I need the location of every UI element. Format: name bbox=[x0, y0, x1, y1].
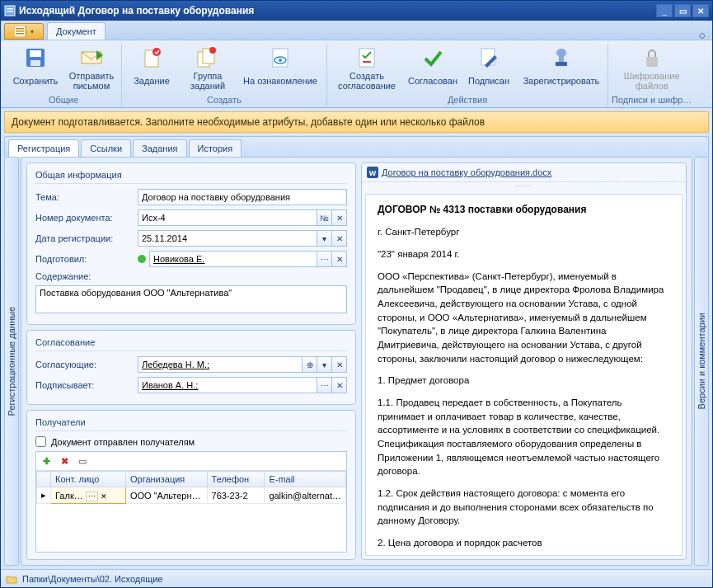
col-contact[interactable]: Конт. лицо bbox=[51, 472, 126, 487]
cell-email[interactable]: galkin@alternativa.co bbox=[265, 487, 346, 504]
content-area: Регистрационные данные Общая информация … bbox=[1, 157, 712, 569]
side-tab-left[interactable]: Регистрационные данные bbox=[4, 157, 19, 566]
tab-links[interactable]: Ссылки bbox=[81, 139, 131, 157]
svg-rect-4 bbox=[16, 28, 24, 30]
svg-rect-6 bbox=[16, 33, 24, 35]
register-button[interactable]: Зарегистрировать bbox=[518, 44, 604, 93]
docnum-input[interactable] bbox=[138, 209, 317, 226]
approvers-dropdown-button[interactable]: ⊕ bbox=[303, 356, 317, 373]
cell-phone[interactable]: 763-23-2 bbox=[207, 487, 265, 504]
cell-org[interactable]: ООО "Альтерн… bbox=[125, 487, 207, 504]
doc-title: ДОГОВОР № 4313 поставки оборудования bbox=[378, 203, 670, 217]
col-email[interactable]: E-mail bbox=[265, 472, 346, 487]
task-button[interactable]: Задание bbox=[125, 44, 178, 93]
regdate-picker-button[interactable]: ▾ bbox=[317, 230, 332, 247]
side-tab-right[interactable]: Версии и комментарии bbox=[694, 157, 709, 566]
subtabs: Регистрация Ссылки Задания История bbox=[4, 136, 709, 157]
ribbon-tab-document[interactable]: Документ bbox=[47, 22, 106, 40]
taskgroup-button[interactable]: Группа заданий bbox=[181, 44, 234, 93]
app-window: Исходящий Договор на поставку оборудован… bbox=[0, 0, 713, 588]
info-bar: Документ подготавливается. Заполните нео… bbox=[4, 111, 709, 133]
recipients-grid: ✚ ✖ ▭ Конт. лицо Организация Телефон bbox=[35, 451, 347, 553]
tab-history[interactable]: История bbox=[189, 139, 242, 157]
grid-edit-button[interactable]: ▭ bbox=[76, 454, 89, 468]
cell-contact[interactable]: Галк… ⋯ ✕ bbox=[51, 487, 126, 504]
svg-point-23 bbox=[556, 49, 566, 57]
save-icon bbox=[22, 46, 49, 69]
ribbon-collapse-button[interactable]: ◇ bbox=[699, 31, 706, 40]
theme-label: Тема: bbox=[35, 192, 133, 202]
doc-city: г. Санкт-Петербург bbox=[378, 225, 670, 239]
doc-s2: 2. Цена договора и порядок расчетов bbox=[378, 536, 670, 550]
stamp-icon bbox=[548, 46, 575, 69]
docnum-clear-button[interactable]: ✕ bbox=[332, 209, 347, 226]
svg-rect-19 bbox=[359, 49, 374, 67]
review-button[interactable]: На ознакомление bbox=[237, 44, 323, 93]
panel-general: Общая информация Тема: Номер документа: … bbox=[26, 162, 356, 325]
svg-text:W: W bbox=[369, 169, 377, 177]
content-textarea[interactable]: Поставка оборудования ООО "Альтернатива" bbox=[35, 285, 347, 313]
author-browse-button[interactable]: ⋯ bbox=[317, 251, 332, 267]
create-approval-button[interactable]: Создать согласование bbox=[331, 44, 403, 93]
file-link[interactable]: W Договор на поставку оборудования.docx bbox=[362, 163, 686, 182]
tab-registration[interactable]: Регистрация bbox=[8, 139, 79, 157]
author-clear-button[interactable]: ✕ bbox=[332, 251, 347, 267]
approved-button[interactable]: Согласован bbox=[406, 44, 459, 93]
grid-add-button[interactable]: ✚ bbox=[40, 454, 53, 468]
status-path: Папки\Документы\02. Исходящие bbox=[22, 574, 162, 584]
svg-rect-24 bbox=[646, 57, 658, 67]
col-phone[interactable]: Телефон bbox=[207, 472, 265, 487]
panel-approval: Согласование Согласующие: ⊕ ▾ ✕ Подпис bbox=[26, 330, 356, 405]
grid-delete-button[interactable]: ✖ bbox=[58, 454, 71, 468]
window-title: Исходящий Договор на поставку оборудован… bbox=[16, 5, 654, 16]
approvers-clear-button[interactable]: ✕ bbox=[332, 356, 347, 373]
left-column: Общая информация Тема: Номер документа: … bbox=[26, 162, 356, 560]
signer-browse-button[interactable]: ⋯ bbox=[317, 377, 332, 393]
regdate-input[interactable] bbox=[138, 230, 317, 247]
send-mail-button[interactable]: Отправить письмом bbox=[65, 44, 118, 93]
maximize-button[interactable]: ▭ bbox=[674, 4, 691, 17]
doc-p1: ООО «Перспектива» (Санкт-Петербург), име… bbox=[378, 270, 670, 366]
ribbon-group-actions: Создать согласование Согласован Подписан… bbox=[327, 44, 608, 107]
task-icon bbox=[138, 46, 165, 69]
signed-button[interactable]: Подписан bbox=[462, 44, 515, 93]
signer-input[interactable] bbox=[138, 377, 317, 393]
minimize-button[interactable]: _ bbox=[656, 4, 673, 17]
splitter[interactable]: ⋯⋯ bbox=[362, 182, 686, 191]
docnum-label: Номер документа: bbox=[35, 213, 133, 223]
docnum-generate-button[interactable]: № bbox=[317, 209, 332, 226]
save-button[interactable]: Сохранить bbox=[9, 44, 62, 93]
document-preview[interactable]: ДОГОВОР № 4313 поставки оборудования г. … bbox=[365, 194, 683, 556]
word-icon: W bbox=[367, 167, 378, 178]
status-bar: Папки\Документы\02. Исходящие bbox=[1, 569, 712, 587]
table-row[interactable]: ▸ Галк… ⋯ ✕ ООО "Альтерн… 763-23-2 galki… bbox=[37, 487, 346, 504]
signer-label: Подписывает: bbox=[35, 380, 133, 390]
doc-p3: 1.2. Срок действия настоящего договора: … bbox=[378, 487, 670, 528]
encrypt-button[interactable]: Шифрование файлов bbox=[616, 44, 688, 93]
approvers-input[interactable] bbox=[138, 356, 303, 373]
svg-rect-1 bbox=[7, 8, 13, 10]
signer-clear-button[interactable]: ✕ bbox=[332, 377, 347, 393]
sent-label: Документ отправлен получателям bbox=[51, 437, 195, 447]
close-button[interactable]: ✕ bbox=[692, 4, 709, 17]
regdate-label: Дата регистрации: bbox=[35, 233, 133, 243]
svg-rect-21 bbox=[556, 62, 567, 66]
approvers-menu-button[interactable]: ▾ bbox=[317, 356, 332, 373]
check-icon bbox=[420, 46, 446, 69]
ribbon-group-create: Задание Группа заданий На ознакомление С… bbox=[122, 44, 327, 107]
app-icon bbox=[4, 5, 16, 16]
author-input[interactable] bbox=[149, 251, 317, 267]
sent-checkbox[interactable] bbox=[35, 436, 46, 447]
theme-input[interactable] bbox=[138, 189, 347, 205]
content-label: Содержание: bbox=[35, 271, 133, 281]
row-indicator: ▸ bbox=[37, 487, 51, 504]
col-org[interactable]: Организация bbox=[125, 472, 207, 487]
svg-rect-9 bbox=[30, 60, 40, 66]
tab-tasks[interactable]: Задания bbox=[133, 139, 186, 157]
app-menu-button[interactable]: ▾ bbox=[4, 23, 44, 40]
approvers-label: Согласующие: bbox=[35, 360, 133, 369]
ribbon: Сохранить Отправить письмом Общие Задани… bbox=[1, 40, 712, 108]
svg-rect-8 bbox=[30, 50, 41, 57]
regdate-clear-button[interactable]: ✕ bbox=[332, 230, 347, 247]
preview-column: W Договор на поставку оборудования.docx … bbox=[361, 162, 687, 560]
